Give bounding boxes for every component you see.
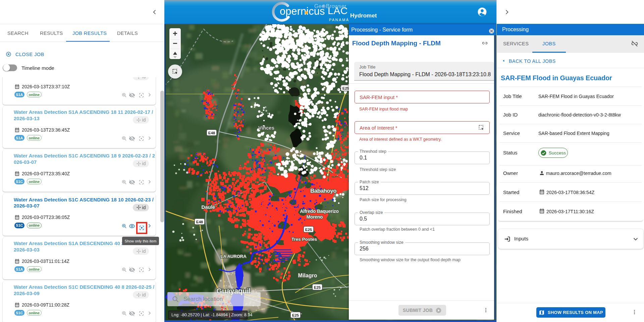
svg-text:LA AURORA: LA AURORA — [220, 254, 247, 259]
svg-text:E48: E48 — [196, 220, 203, 224]
svg-text:Tres Postes: Tres Postes — [291, 237, 317, 242]
svg-text:Babahoyo: Babahoyo — [310, 188, 336, 194]
svg-text:E48: E48 — [208, 131, 215, 135]
svg-text:E25: E25 — [305, 228, 312, 232]
svg-text:Moreno: Moreno — [307, 214, 323, 220]
svg-text:Milagro: Milagro — [298, 273, 317, 278]
svg-text:E25: E25 — [292, 313, 299, 317]
svg-text:E25: E25 — [342, 86, 350, 90]
svg-text:Vinces: Vinces — [258, 125, 274, 131]
svg-text:Alfredo Baquerizo: Alfredo Baquerizo — [300, 209, 338, 214]
svg-text:E25: E25 — [314, 285, 321, 289]
svg-text:Daule: Daule — [202, 204, 215, 210]
